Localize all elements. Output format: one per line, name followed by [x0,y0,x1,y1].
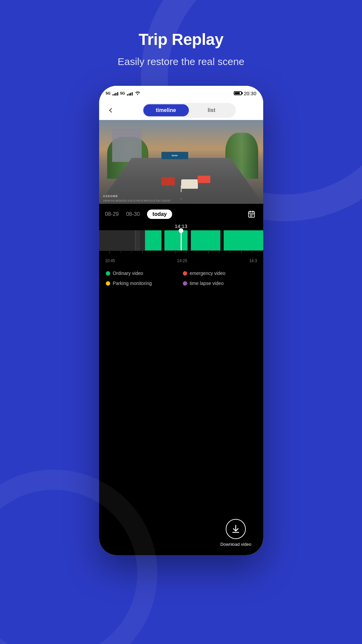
status-time: 20:30 [244,91,257,96]
legend-parking: Parking monitoring [106,281,179,286]
svg-rect-4 [250,214,251,215]
car-2 [181,179,198,189]
network-5g-2: 5G [120,91,125,95]
tl-seg-gap-1 [161,230,165,250]
page-title: Trip Replay [139,30,223,49]
legend-label-emergency: emergency video [190,271,226,276]
back-button[interactable] [106,105,117,116]
nav-bar: timeline list [99,101,263,120]
date-08-29[interactable]: 08-29 [105,211,119,217]
download-arrow-icon [231,524,240,534]
signal-bars-2 [127,91,133,96]
wifi-icon [135,91,141,96]
timeline-section: 08-29 08-30 today 14:13 [99,204,263,555]
download-circle-icon [226,519,246,539]
svg-rect-8 [251,216,252,217]
legend-label-timelapse: time lapse video [190,281,224,286]
download-button[interactable]: Download video [220,519,251,547]
tl-seg-gap-3 [220,230,224,250]
tab-list[interactable]: list [189,104,234,116]
tl-seg-green-2 [164,230,188,250]
status-left: 5G 5G [106,91,141,96]
dashcam-scene: ROAD [99,120,263,204]
tl-seg-0 [99,230,135,250]
download-area: Download video [99,512,263,552]
tab-timeline[interactable]: timeline [143,104,189,116]
car-1 [161,177,175,185]
date-row: 08-29 08-30 today [99,204,263,223]
calendar-button[interactable] [246,209,257,220]
time-labels: 10:45 14:25 14:3 [99,257,263,264]
video-watermark: AZDOME [103,194,118,198]
status-bar: 5G 5G [99,86,263,101]
legend-label-parking: Parking monitoring [113,281,152,286]
time-label-2: 14:3 [249,258,257,264]
legend-label-ordinary: Ordinary video [113,271,143,276]
svg-rect-5 [251,214,252,215]
legend-dot-ordinary [106,271,110,276]
legend-dot-timelapse [183,281,187,286]
date-08-30[interactable]: 08-30 [126,211,140,217]
tl-seg-green-1 [145,230,161,250]
phone-mockup: 5G 5G [99,86,263,555]
road-sign-text: ROAD [172,155,178,157]
video-info-bar: G563H Pro 08/28/2024 4:50:10 PM 26 MPH E… [103,199,171,202]
playhead [180,230,182,250]
time-label-0: 10:45 [105,258,115,264]
calendar-icon [247,210,256,218]
page-subtitle: Easily restore the real scene [118,56,244,67]
tl-seg-1 [135,230,140,250]
network-5g-1: 5G [106,91,111,95]
road-sign: ROAD [161,152,188,159]
tab-group: timeline list [142,103,236,118]
legend-dot-parking [106,281,110,286]
svg-rect-7 [250,216,251,217]
legend-ordinary: Ordinary video [106,271,179,276]
tl-seg-green-4 [224,230,263,250]
svg-rect-6 [252,214,254,215]
back-chevron-icon [109,108,114,112]
video-player[interactable]: ROAD AZDOME G563H Pro 08/28/2024 4:50:10… [99,120,263,204]
tl-seg-2 [140,230,145,250]
legend-dot-emergency [183,271,187,276]
timeline-container[interactable] [99,230,263,257]
tl-seg-green-3 [191,230,220,250]
legend-emergency: emergency video [183,271,257,276]
playhead-dot [179,228,184,233]
download-label: Download video [220,542,251,547]
legend-timelapse: time lapse video [183,281,257,286]
date-today[interactable]: today [147,210,172,219]
car-3 [198,176,210,183]
building-left [112,128,142,162]
signal-bars-1 [113,91,118,96]
time-label-1: 14:25 [177,258,187,264]
legend: Ordinary video emergency video Parking m… [99,264,263,289]
tl-seg-gap-2 [188,230,191,250]
status-right: 20:30 [234,91,257,96]
battery-icon [234,91,242,95]
